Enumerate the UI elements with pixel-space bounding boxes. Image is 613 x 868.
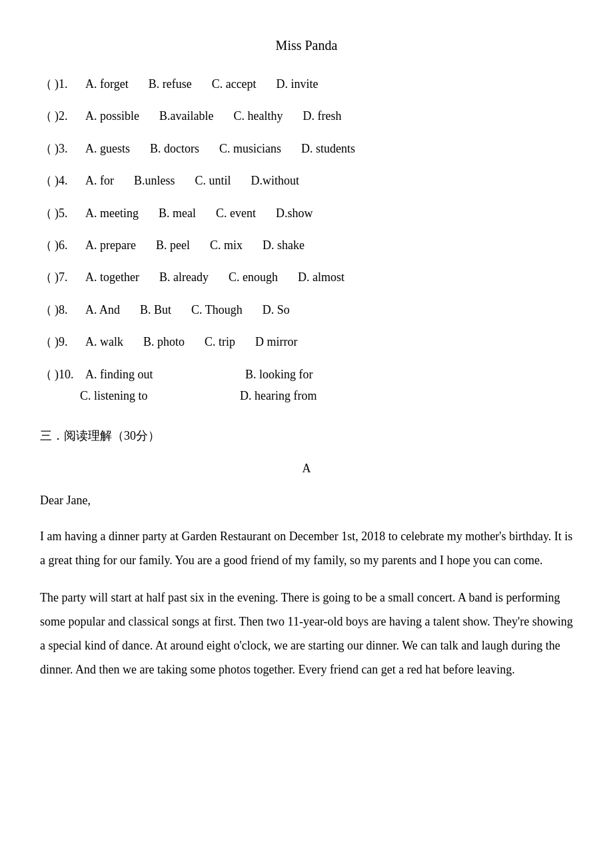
q4-optD: D.without	[251, 170, 300, 191]
q2-num: )2.	[55, 105, 81, 127]
question-7: （ )7. A. together B. already C. enough D…	[40, 266, 573, 288]
q4-optA: A. for	[85, 170, 114, 191]
q1-optD: D. invite	[277, 73, 318, 95]
question-8: （ )8. A. And B. But C. Though D. So	[40, 299, 573, 320]
paragraph-1: I am having a dinner party at Garden Res…	[40, 524, 573, 572]
q10-optB: B. looking for	[245, 364, 392, 385]
letter-greeting: Dear Jane,	[40, 490, 573, 511]
subsection-a: A	[40, 458, 573, 479]
question-4: （ )4. A. for B.unless C. until D.without	[40, 170, 573, 191]
q7-optC: C. enough	[229, 266, 278, 288]
q5-paren: （	[40, 203, 53, 224]
q10-optC: C. listening to	[80, 385, 227, 406]
q5-num: )5.	[55, 203, 81, 224]
question-1: （ )1. A. forget B. refuse C. accept D. i…	[40, 73, 573, 95]
q10-optA: A. finding out	[85, 364, 232, 385]
q9-optD: D mirror	[255, 331, 297, 352]
q7-paren: （	[40, 266, 53, 288]
q4-optC: C. until	[195, 170, 231, 191]
q2-optC: C. healthy	[233, 105, 283, 127]
question-list: （ )1. A. forget B. refuse C. accept D. i…	[40, 73, 573, 406]
q10-num: )10.	[55, 364, 81, 385]
q2-optA: A. possible	[85, 105, 139, 127]
q1-optB: B. refuse	[149, 73, 192, 95]
q3-paren: （	[40, 138, 53, 159]
q7-optD: D. almost	[298, 266, 344, 288]
q4-num: )4.	[55, 170, 81, 191]
q5-optD: D.show	[276, 203, 313, 224]
q8-optB: B. But	[140, 299, 171, 320]
header-title: Miss Panda	[276, 38, 338, 53]
question-2: （ )2. A. possible B.available C. healthy…	[40, 105, 573, 127]
q9-optC: C. trip	[205, 331, 235, 352]
question-6: （ )6. A. prepare B. peel C. mix D. shake	[40, 234, 573, 256]
question-10: （ )10. A. finding out B. looking for	[40, 364, 573, 385]
q2-optB: B.available	[159, 105, 213, 127]
q10-optD: D. hearing from	[240, 385, 386, 406]
q6-optA: A. prepare	[85, 234, 136, 256]
q8-optC: C. Though	[191, 299, 243, 320]
q2-paren: （	[40, 105, 53, 127]
q7-optB: B. already	[159, 266, 209, 288]
q10-second-row: C. listening to D. hearing from	[80, 385, 573, 406]
q7-num: )7.	[55, 266, 81, 288]
q8-paren: （	[40, 299, 53, 320]
q6-optB: B. peel	[156, 234, 190, 256]
q4-optB: B.unless	[134, 170, 175, 191]
q3-optB: B. doctors	[150, 138, 199, 159]
q5-optB: B. meal	[159, 203, 196, 224]
page-header: Miss Panda	[40, 33, 573, 57]
q2-optD: D. fresh	[303, 105, 341, 127]
q8-optA: A. And	[85, 299, 120, 320]
q8-num: )8.	[55, 299, 81, 320]
q5-optA: A. meeting	[85, 203, 139, 224]
q7-optA: A. together	[85, 266, 139, 288]
question-3: （ )3. A. guests B. doctors C. musicians …	[40, 138, 573, 159]
q5-optC: C. event	[216, 203, 256, 224]
q10-paren: （	[40, 364, 53, 385]
q3-optC: C. musicians	[219, 138, 281, 159]
question-9: （ )9. A. walk B. photo C. trip D mirror	[40, 331, 573, 352]
q1-paren: （	[40, 73, 53, 95]
question-5: （ )5. A. meeting B. meal C. event D.show	[40, 203, 573, 224]
q3-optA: A. guests	[85, 138, 130, 159]
q9-optB: B. photo	[143, 331, 185, 352]
q1-optC: C. accept	[212, 73, 257, 95]
q9-optA: A. walk	[85, 331, 123, 352]
q6-optD: D. shake	[263, 234, 305, 256]
section3-title: 三．阅读理解（30分）	[40, 425, 573, 446]
q6-num: )6.	[55, 234, 81, 256]
q4-paren: （	[40, 170, 53, 191]
q9-num: )9.	[55, 331, 81, 352]
q3-optD: D. students	[301, 138, 355, 159]
q9-paren: （	[40, 331, 53, 352]
paragraph-2: The party will start at half past six in…	[40, 586, 573, 681]
q3-num: )3.	[55, 138, 81, 159]
q1-num: )1.	[55, 73, 81, 95]
q6-paren: （	[40, 234, 53, 256]
question-10-row2: C. listening to D. hearing from	[80, 385, 573, 406]
q8-optD: D. So	[263, 299, 290, 320]
q1-optA: A. forget	[85, 73, 129, 95]
q6-optC: C. mix	[210, 234, 243, 256]
